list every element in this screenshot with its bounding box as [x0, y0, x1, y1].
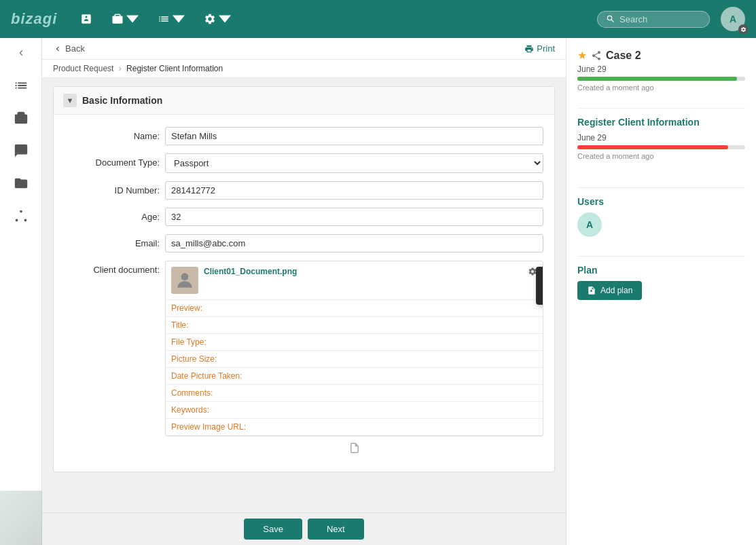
- sidebar-toggle-button[interactable]: [12, 43, 31, 62]
- user-avatar-button[interactable]: A: [721, 7, 745, 31]
- search-bar: [597, 11, 710, 28]
- metadata-value-filetype: [500, 334, 543, 351]
- name-label: Name:: [65, 127, 160, 141]
- case-header: ★ Case 2: [577, 49, 745, 62]
- main-layout: Back Print Product Request › Register Cl…: [0, 38, 756, 545]
- panel-header[interactable]: ▼ Basic Information: [54, 87, 554, 115]
- metadata-label-title: Title:: [166, 317, 500, 334]
- task-section-title: Register Client Information: [577, 117, 745, 128]
- task-date: June 29: [577, 133, 745, 143]
- metadata-label-preview: Preview:: [166, 300, 500, 317]
- svg-point-3: [181, 273, 189, 280]
- age-value: [165, 208, 543, 226]
- collapse-button[interactable]: ▼: [63, 94, 77, 107]
- email-value: [165, 234, 543, 252]
- file-upload-container: Client01_Document.png 🗑: [165, 261, 543, 436]
- email-row: Email:: [54, 230, 554, 257]
- save-button[interactable]: Save: [244, 519, 302, 540]
- doctype-value: Passport ID Card Driver's License: [165, 153, 543, 173]
- metadata-row-picturesize: Picture Size:: [166, 351, 543, 368]
- upload-icon: [348, 442, 361, 454]
- context-menu-delete[interactable]: 🗑 Delete: [536, 267, 543, 286]
- breadcrumb-parent[interactable]: Product Request: [53, 64, 113, 73]
- metadata-row-keywords: Keywords:: [166, 402, 543, 419]
- content-area: Back Print Product Request › Register Cl…: [42, 38, 566, 545]
- print-icon: [524, 44, 534, 54]
- svg-point-2: [24, 219, 26, 222]
- left-sidebar: [0, 38, 42, 545]
- sidebar-background: [0, 491, 42, 545]
- client-doc-label: Client document:: [65, 261, 160, 275]
- metadata-label-datepicture: Date Picture Taken:: [166, 368, 500, 385]
- add-plan-button[interactable]: Add plan: [577, 281, 642, 300]
- metadata-value-title: [500, 317, 543, 334]
- age-input[interactable]: [165, 208, 543, 226]
- svg-point-0: [20, 210, 22, 213]
- right-panel: › ★ Case 2 June 29 Created a moment ago …: [566, 38, 756, 545]
- metadata-label-filetype: File Type:: [166, 334, 500, 351]
- doctype-select[interactable]: Passport ID Card Driver's License: [165, 153, 543, 173]
- breadcrumb-current: Register Client Information: [126, 64, 223, 73]
- search-icon: [606, 14, 615, 24]
- sidebar-item-cases[interactable]: [6, 103, 36, 133]
- metadata-value-keywords: [500, 402, 543, 419]
- email-input[interactable]: [165, 234, 543, 252]
- chart-nav-button[interactable]: [151, 9, 192, 29]
- case-date: June 29: [577, 64, 745, 74]
- context-menu: 🗑 Delete ✏ Edit: [536, 267, 543, 305]
- file-thumbnail: [171, 267, 198, 294]
- email-label: Email:: [65, 234, 160, 248]
- sidebar-item-network[interactable]: [6, 201, 36, 231]
- content-scroll: Back Print Product Request › Register Cl…: [42, 38, 566, 512]
- inbox-nav-button[interactable]: [73, 9, 99, 29]
- users-section-title: Users: [577, 196, 745, 207]
- metadata-label-picturesize: Picture Size:: [166, 351, 500, 368]
- right-panel-toggle[interactable]: ›: [566, 49, 566, 68]
- task-section: Register Client Information June 29 Crea…: [577, 117, 745, 168]
- breadcrumb-separator: ›: [119, 64, 122, 73]
- file-metadata-table: Preview: Title: File Type:: [166, 300, 543, 436]
- sidebar-item-list[interactable]: [6, 71, 36, 100]
- avatar-settings-icon: [738, 24, 748, 34]
- sidebar-item-folder[interactable]: [6, 168, 36, 198]
- client-doc-row: Client document: Cl: [54, 257, 554, 464]
- metadata-row-previewurl: Preview Image URL:: [166, 419, 543, 436]
- context-menu-edit[interactable]: ✏ Edit: [536, 286, 543, 305]
- upload-icon-row[interactable]: [165, 436, 543, 459]
- metadata-value-picturesize: [500, 351, 543, 368]
- metadata-label-previewurl: Preview Image URL:: [166, 419, 500, 436]
- idnumber-input[interactable]: [165, 181, 543, 200]
- name-value: [165, 127, 543, 145]
- next-button[interactable]: Next: [308, 519, 364, 540]
- metadata-value-comments: [500, 385, 543, 402]
- metadata-value-datepicture: [500, 368, 543, 385]
- doctype-row: Document Type: Passport ID Card Driver's…: [54, 149, 554, 177]
- case-progress-bar: [577, 77, 745, 81]
- name-row: Name:: [54, 123, 554, 149]
- metadata-row-title: Title:: [166, 317, 543, 334]
- age-row: Age:: [54, 204, 554, 230]
- top-navigation: bizagi A: [0, 0, 756, 38]
- print-button[interactable]: Print: [524, 43, 555, 54]
- sidebar-item-messages[interactable]: [6, 136, 36, 166]
- task-created-text: Created a moment ago: [577, 152, 745, 160]
- cases-nav-button[interactable]: [105, 9, 145, 29]
- share-icon: [591, 50, 602, 61]
- users-section: Users A: [577, 196, 745, 237]
- metadata-row-preview: Preview:: [166, 300, 543, 317]
- metadata-row-datepicture: Date Picture Taken:: [166, 368, 543, 385]
- form-fields: Name: Document Type: Passport ID Card: [54, 115, 554, 472]
- breadcrumb: Product Request › Register Client Inform…: [42, 60, 566, 78]
- idnumber-label: ID Number:: [65, 181, 160, 195]
- back-button[interactable]: Back: [53, 43, 85, 54]
- file-info: Client01_Document.png: [204, 267, 522, 276]
- case-created-text: Created a moment ago: [577, 83, 745, 92]
- settings-nav-button[interactable]: [197, 9, 238, 29]
- star-icon[interactable]: ★: [577, 49, 587, 62]
- search-input[interactable]: [619, 14, 701, 24]
- user-avatar: A: [577, 212, 602, 237]
- plan-section: Plan Add plan: [577, 265, 745, 300]
- idnumber-value: [165, 181, 543, 200]
- name-input[interactable]: [165, 127, 543, 145]
- plan-section-title: Plan: [577, 265, 745, 276]
